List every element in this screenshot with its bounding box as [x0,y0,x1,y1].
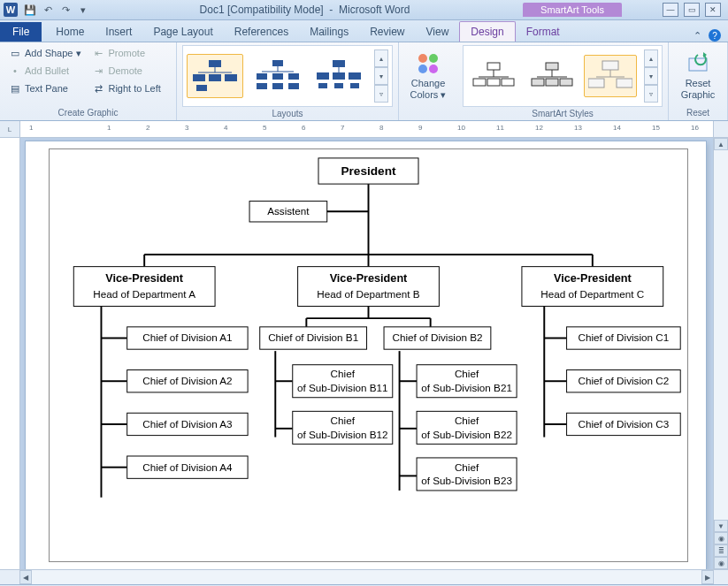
node-b12[interactable]: Chiefof Sub-Division B12 [293,411,393,444]
redo-icon[interactable]: ↷ [58,3,73,17]
layout-thumb-3[interactable] [310,54,367,98]
gallery-more-icon[interactable]: ▿ [644,85,658,103]
add-bullet-button[interactable]: •Add Bullet [5,63,85,79]
gallery-up-icon[interactable]: ▴ [374,49,388,67]
node-b22[interactable]: Chiefof Sub-Division B22 [417,411,517,444]
node-assistant[interactable]: Assistent [249,202,327,222]
text-pane-icon: ▤ [9,82,21,95]
group-styles-label: SmartArt Styles [463,107,663,120]
layout-thumb-1[interactable] [187,54,243,98]
word-app-icon: W [4,3,18,17]
tab-page-layout[interactable]: Page Layout [142,22,223,42]
svg-text:of Sub-Division  B22: of Sub-Division B22 [421,429,512,440]
tab-references[interactable]: References [224,22,299,42]
tab-insert[interactable]: Insert [95,22,142,42]
gallery-up-icon[interactable]: ▴ [644,49,658,67]
svg-rect-16 [333,60,345,67]
minimize-button[interactable]: ― [663,3,678,17]
node-a2[interactable]: Chief of Division A2 [127,370,248,392]
svg-text:Head of Department B: Head of Department B [317,288,419,300]
group-smartart-styles: ▴ ▾ ▿ SmartArt Styles [457,42,669,120]
scroll-left-icon[interactable]: ◀ [19,570,32,584]
scroll-right-icon[interactable]: ▶ [701,570,714,584]
scroll-up-icon[interactable]: ▲ [714,138,728,150]
node-b2[interactable]: Chief of Division B2 [384,327,491,349]
prev-page-icon[interactable]: ◉ [714,532,728,544]
tab-view[interactable]: View [416,22,460,42]
tab-home[interactable]: Home [45,22,95,42]
node-vp-b[interactable]: Vice-President Head of Department B [298,267,440,307]
vertical-scrollbar[interactable]: ▲ ▼ ◉ ≣ ◉ [713,138,728,569]
svg-text:of Sub-Division  B11: of Sub-Division B11 [297,382,388,393]
svg-text:Chief of Division  A1: Chief of Division A1 [142,331,232,343]
svg-rect-22 [350,83,359,88]
gallery-down-icon[interactable]: ▾ [374,67,388,85]
node-b11[interactable]: Chiefof Sub-Division B11 [293,365,393,398]
tab-file[interactable]: File [0,22,42,42]
qat-customize-icon[interactable]: ▾ [76,3,90,17]
next-page-icon[interactable]: ◉ [714,557,728,569]
node-b21[interactable]: Chiefof Sub-Division B21 [417,365,517,398]
svg-rect-21 [334,83,343,88]
restore-button[interactable]: ▭ [684,3,700,17]
save-icon[interactable]: 💾 [23,3,37,17]
gallery-more-icon[interactable]: ▿ [374,85,388,103]
smartart-frame[interactable]: President Assistent Vice-President Head … [49,148,688,562]
gallery-down-icon[interactable]: ▾ [644,67,658,85]
node-c3[interactable]: Chief of Division C3 [567,413,681,435]
text-pane-button[interactable]: ▤Text Pane [5,80,85,96]
node-vp-c[interactable]: Vice-President Head of Department C [522,267,663,307]
tab-format[interactable]: Format [516,22,571,42]
promote-button[interactable]: ⇤Promote [88,45,164,61]
browse-object-icon[interactable]: ≣ [714,544,728,557]
reset-graphic-button[interactable]: Reset Graphic [674,45,722,106]
text-pane-label: Text Pane [25,83,68,94]
layout-thumb-2[interactable] [249,54,305,98]
horizontal-ruler[interactable]: 112345678910111213141516 [20,121,713,137]
svg-text:of Sub-Division  B12: of Sub-Division B12 [297,429,388,440]
node-c2[interactable]: Chief of Division C2 [567,370,681,392]
style-thumb-2[interactable] [525,55,579,97]
tab-review[interactable]: Review [359,22,415,42]
node-a4[interactable]: Chief of Division A4 [127,456,248,478]
add-shape-button[interactable]: ▭Add Shape ▾ [5,45,85,61]
horizontal-scrollbar[interactable]: ◀ ▶ [19,570,714,584]
svg-point-26 [418,65,427,73]
node-vp-a[interactable]: Vice-President Head of Department A [73,267,215,307]
styles-gallery-scroll[interactable]: ▴ ▾ ▿ [644,49,658,103]
right-to-left-button[interactable]: ⇄Right to Left [88,80,164,96]
svg-rect-0 [209,60,221,67]
help-icon[interactable]: ? [709,29,721,42]
style-thumb-1[interactable] [467,55,520,97]
svg-rect-33 [502,79,514,86]
tab-mailings[interactable]: Mailings [299,22,359,42]
ruler-corner[interactable]: L [0,121,20,137]
promote-icon: ⇤ [92,47,104,59]
svg-point-25 [429,54,438,63]
node-a3[interactable]: Chief of Division A3 [127,413,248,435]
page[interactable]: President Assistent Vice-President Head … [26,141,706,569]
svg-text:of Sub-Division  B21: of Sub-Division B21 [421,382,512,393]
node-a1[interactable]: Chief of Division A1 [127,327,248,349]
style-thumb-3[interactable] [584,55,637,97]
org-chart[interactable]: President Assistent Vice-President Head … [50,149,687,561]
node-b23[interactable]: Chiefof Sub-Division B23 [417,458,517,491]
ribbon-minimize-icon[interactable]: ⌃ [694,30,701,42]
svg-text:Chief: Chief [331,368,356,379]
layouts-gallery[interactable]: ▴ ▾ ▿ [182,45,393,107]
layouts-gallery-scroll[interactable]: ▴ ▾ ▿ [374,49,388,103]
undo-icon[interactable]: ↶ [41,3,55,17]
svg-text:Chief of Division  A3: Chief of Division A3 [142,418,232,430]
scroll-down-icon[interactable]: ▼ [714,520,728,532]
change-colors-button[interactable]: Change Colors ▾ [404,45,452,106]
demote-button[interactable]: ⇥Demote [88,63,164,79]
node-b1[interactable]: Chief of Division B1 [260,327,367,349]
bullet-icon: • [9,65,21,77]
node-c1[interactable]: Chief of Division C1 [567,327,681,349]
close-button[interactable]: ✕ [705,3,721,17]
vertical-ruler[interactable] [0,138,20,569]
svg-rect-4 [209,74,221,81]
node-president[interactable]: President [318,158,418,184]
styles-gallery[interactable]: ▴ ▾ ▿ [463,45,663,107]
tab-design[interactable]: Design [459,21,515,42]
